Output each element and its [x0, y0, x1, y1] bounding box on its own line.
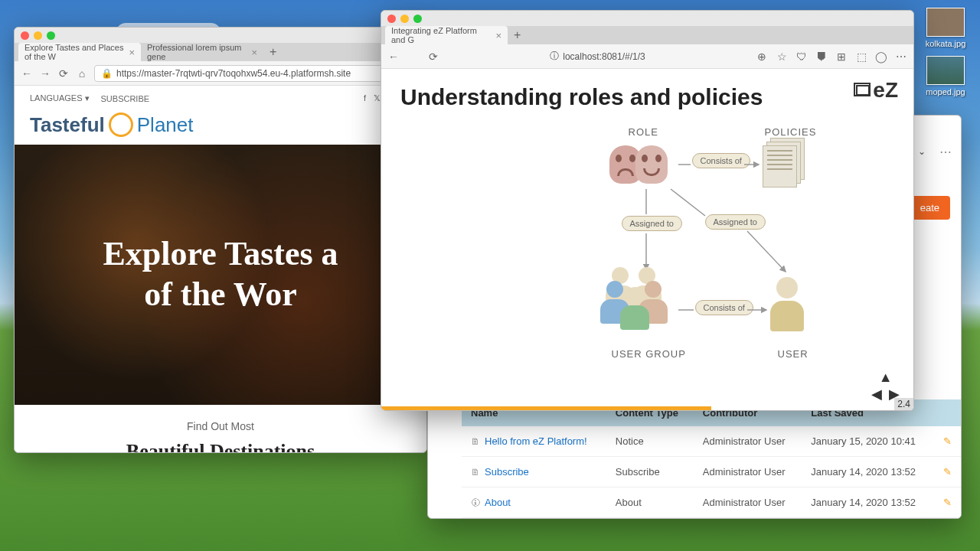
label-user: USER [778, 348, 808, 360]
url-input[interactable]: 🔒 https://master-7rqtwti-qrv7toqohxw54.e… [94, 65, 420, 82]
slide-number: 2.4 [894, 398, 913, 410]
label-policies: POLICIES [765, 126, 817, 138]
home-icon[interactable]: ⌂ [76, 67, 88, 80]
ez-logo: eZ [856, 78, 898, 103]
close-icon[interactable] [21, 31, 29, 40]
planet-icon [109, 112, 133, 137]
section-title: Beautiful Destinations [30, 440, 411, 453]
table-row: 🛈AboutAboutAdministrator UserJanuary 14,… [462, 487, 961, 518]
info-icon: ⓘ [550, 50, 559, 63]
tab-presentation[interactable]: Integrating eZ Platform and G × [385, 26, 508, 44]
file-label: moped.jpg [926, 87, 965, 96]
edit-icon[interactable]: ✎ [943, 497, 952, 508]
pill-consists-of: Consists of [692, 153, 750, 168]
tab-tasteful-planet[interactable]: Explore Tastes and Places of the W × [18, 43, 141, 61]
desktop-icons: kolkata.jpg moped.jpg [919, 8, 972, 96]
site-logo[interactable]: Tasteful Planet [30, 112, 411, 137]
nav-left-icon[interactable]: ◀ [871, 386, 882, 402]
svg-line-4 [671, 189, 705, 216]
browser-tabs: Integrating eZ Platform and G × + [381, 26, 913, 44]
menu-icon[interactable]: ⋯ [895, 51, 907, 63]
content-link[interactable]: About [485, 497, 511, 508]
subscribe-link[interactable]: SUBSCRIBE [101, 94, 150, 103]
close-icon[interactable]: × [251, 47, 257, 58]
lock-icon: 🔒 [101, 68, 113, 79]
new-tab-button[interactable]: + [263, 43, 283, 61]
url-text: localhost:8081/#/1/3 [563, 51, 645, 62]
cell-contributor: Administrator User [694, 487, 802, 518]
new-tab-button[interactable]: + [508, 26, 527, 44]
address-bar: ← ⟳ ⓘ localhost:8081/#/1/3 ⊕ ☆ 🛡 ⛊ ⊞ ⬚ ◯… [381, 44, 913, 69]
tab-lorem-ipsum[interactable]: Professional lorem ipsum gene × [141, 43, 263, 61]
edit-icon[interactable]: ✎ [943, 466, 952, 478]
tab-label: Explore Tastes and Places of the W [24, 43, 125, 61]
back-icon[interactable]: ← [387, 51, 400, 63]
table-row: 🗎SubscribeSubscribeAdministrator UserJan… [462, 457, 961, 487]
role-masks-icon [609, 145, 668, 184]
cell-contributor: Administrator User [694, 457, 802, 487]
reload-icon[interactable]: ⟳ [427, 51, 439, 63]
account-icon[interactable]: ◯ [875, 51, 887, 63]
more-icon[interactable]: ⋯ [939, 145, 952, 159]
cell-type: Subscribe [606, 457, 694, 487]
title-bar[interactable] [381, 11, 913, 26]
languages-menu[interactable]: LANGUAGES ▾ [30, 93, 90, 103]
progress-bar [381, 406, 711, 410]
browser-window-tasteful-planet: Explore Tastes and Places of the W × Pro… [14, 27, 427, 453]
close-icon[interactable]: × [129, 47, 135, 58]
close-icon[interactable] [387, 15, 396, 23]
pill-consists-of: Consists of [695, 300, 753, 315]
hero-banner: Explore Tastes a of the Wor [15, 145, 426, 405]
slide-title: Understanding roles and policies [400, 84, 894, 110]
edit-icon[interactable]: ✎ [943, 435, 952, 447]
create-button[interactable]: eate [910, 196, 950, 220]
browser-window-presentation: Integrating eZ Platform and G × + ← ⟳ ⓘ … [381, 10, 914, 411]
maximize-icon[interactable] [47, 31, 55, 40]
content-table: Name Content Type Contributor Last Saved… [462, 399, 961, 518]
browser-tabs: Explore Tastes and Places of the W × Pro… [15, 43, 426, 61]
content-link[interactable]: Subscribe [485, 466, 529, 478]
title-bar[interactable] [15, 28, 426, 43]
url-input[interactable]: ⓘ localhost:8081/#/1/3 [446, 47, 750, 65]
twitter-icon[interactable]: 𝕏 [374, 93, 381, 103]
tab-label: Integrating eZ Platform and G [391, 26, 492, 44]
shield-icon[interactable]: 🛡 [795, 51, 808, 63]
back-icon[interactable]: ← [21, 67, 33, 80]
cell-saved: January 14, 2020 13:52 [802, 487, 934, 518]
site-header: LANGUAGES ▾ SUBSCRIBE f 𝕏 G+ ⌇ Tasteful … [15, 86, 426, 145]
user-icon [770, 277, 804, 331]
library-icon[interactable]: ⊞ [835, 51, 848, 63]
pill-assigned-to: Assigned to [705, 214, 766, 230]
star-icon[interactable]: ☆ [776, 51, 788, 63]
hero-title: Explore Tastes a of the Wor [103, 234, 338, 315]
close-icon[interactable]: × [495, 30, 501, 41]
svg-line-5 [747, 231, 786, 272]
minimize-icon[interactable] [400, 15, 409, 23]
extension-icon[interactable]: ⬚ [855, 51, 867, 63]
address-bar: ← → ⟳ ⌂ 🔒 https://master-7rqtwti-qrv7toq… [15, 61, 426, 86]
desktop-file-moped[interactable]: moped.jpg [919, 56, 972, 96]
pill-assigned-to: Assigned to [622, 216, 682, 231]
label-usergroup: USER GROUP [612, 348, 686, 360]
nav-up-icon[interactable]: ▲ [879, 370, 893, 385]
facebook-icon[interactable]: f [364, 93, 366, 103]
url-text: https://master-7rqtwti-qrv7toqohxw54.eu-… [116, 68, 351, 79]
doc-icon: 🗎 [471, 467, 480, 478]
desktop-file-kolkata[interactable]: kolkata.jpg [919, 8, 972, 48]
shield2-icon[interactable]: ⛊ [815, 51, 828, 63]
label-role: ROLE [629, 126, 658, 138]
cell-type: About [606, 487, 694, 518]
maximize-icon[interactable] [413, 15, 422, 23]
forward-icon[interactable]: → [39, 67, 51, 80]
file-label: kolkata.jpg [926, 39, 966, 48]
cell-type: Notice [606, 426, 694, 457]
chevron-down-icon: ⌄ [918, 146, 926, 157]
roles-diagram: ROLE POLICIES USER GROUP USER Consists o… [449, 124, 847, 377]
minimize-icon[interactable] [34, 31, 42, 40]
content-link[interactable]: Hello from eZ Platform! [485, 435, 587, 447]
section-subtitle: Find Out Most [30, 420, 411, 432]
zoom-icon[interactable]: ⊕ [756, 51, 768, 63]
reload-icon[interactable]: ⟳ [57, 67, 70, 80]
cell-contributor: Administrator User [694, 426, 802, 457]
cell-saved: January 14, 2020 13:52 [802, 457, 934, 487]
